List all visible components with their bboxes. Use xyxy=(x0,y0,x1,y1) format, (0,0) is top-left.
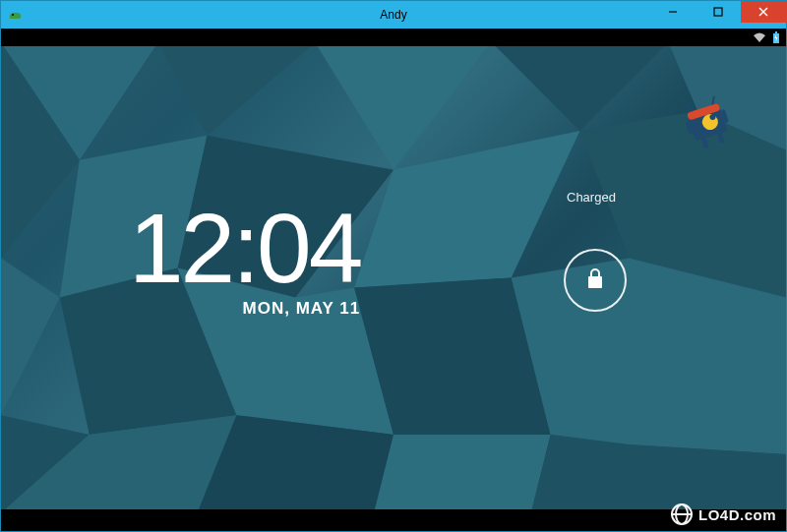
watermark-text: LO4D.com xyxy=(698,506,776,523)
svg-rect-6 xyxy=(775,31,777,33)
titlebar[interactable]: Andy xyxy=(1,1,786,29)
svg-rect-35 xyxy=(717,133,725,144)
android-status-bar[interactable] xyxy=(1,29,786,46)
lockscreen[interactable]: 12:04 MON, MAY 11 Charged xyxy=(1,46,786,509)
window-title: Andy xyxy=(380,8,406,22)
svg-point-0 xyxy=(12,14,14,16)
watermark: LO4D.com xyxy=(671,503,776,525)
maximize-button[interactable] xyxy=(696,1,741,23)
android-mascot-icon xyxy=(673,93,742,152)
svg-rect-34 xyxy=(701,138,709,148)
app-window: Andy xyxy=(0,0,787,532)
minimize-button[interactable] xyxy=(650,1,696,23)
charge-status: Charged xyxy=(567,190,616,205)
globe-icon xyxy=(671,503,693,525)
svg-rect-2 xyxy=(714,8,722,16)
svg-line-36 xyxy=(686,104,692,113)
clock-time: 12:04 xyxy=(129,199,360,297)
emulator-viewport: 12:04 MON, MAY 11 Charged xyxy=(1,29,786,531)
window-controls xyxy=(650,1,786,23)
lock-icon xyxy=(585,266,605,294)
clock-widget: 12:04 MON, MAY 11 xyxy=(129,199,360,319)
close-button[interactable] xyxy=(741,1,786,23)
wifi-icon xyxy=(753,31,766,43)
svg-rect-27 xyxy=(588,276,602,288)
battery-icon xyxy=(772,31,780,43)
svg-line-37 xyxy=(710,96,716,105)
unlock-button[interactable] xyxy=(564,249,627,312)
app-icon xyxy=(7,6,25,24)
android-nav-bar xyxy=(1,509,786,531)
